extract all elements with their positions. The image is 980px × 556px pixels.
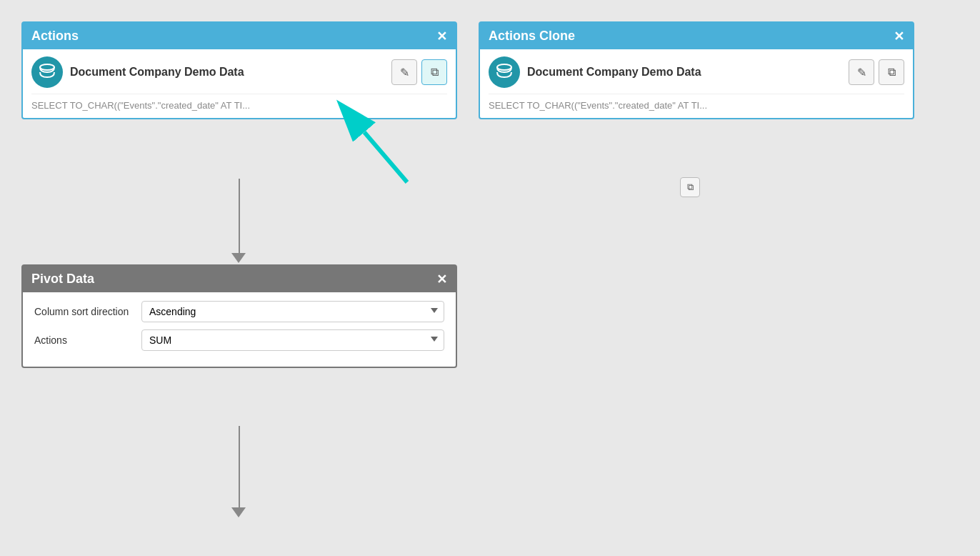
actions-card-header: Actions ✕: [23, 23, 456, 49]
actions-clone-db-icon: [489, 56, 520, 88]
actions-edit-button[interactable]: ✎: [391, 59, 417, 85]
clone-icon-small[interactable]: ⧉: [680, 177, 700, 197]
pivot-card-title: Pivot Data: [31, 272, 94, 287]
pivot-card-header: Pivot Data ✕: [23, 266, 456, 292]
actions-clone-card-close[interactable]: ✕: [894, 30, 904, 43]
connector-line-2: [239, 426, 240, 512]
actions-card: Actions ✕ Document Company Demo Data ✎ ⧉: [21, 21, 457, 119]
svg-point-2: [497, 64, 511, 70]
actions-sql-preview: SELECT TO_CHAR(("Events"."created_date" …: [31, 94, 447, 111]
connector-line-1: [239, 179, 240, 257]
actions-db-icon: [31, 56, 63, 88]
actions-card-body: Document Company Demo Data ✎ ⧉ SELECT TO…: [23, 49, 456, 118]
connector-arrowhead-1: [231, 253, 246, 263]
pointer-arrow: [350, 118, 443, 192]
actions-clone-clone-button[interactable]: ⧉: [879, 59, 904, 85]
svg-point-0: [40, 64, 54, 70]
actions-card-icons: ✎ ⧉: [391, 59, 447, 85]
actions-card-close[interactable]: ✕: [436, 30, 447, 43]
pivot-select-0[interactable]: Ascending Descending: [141, 301, 444, 322]
pivot-row-0: Column sort direction Ascending Descendi…: [34, 301, 444, 322]
pivot-select-1[interactable]: SUM COUNT AVG MIN MAX: [141, 329, 444, 351]
actions-clone-button[interactable]: ⧉: [421, 59, 447, 85]
clone-icon-area: ⧉: [680, 177, 700, 197]
actions-clone-card-body: Document Company Demo Data ✎ ⧉ SELECT TO…: [480, 49, 913, 118]
actions-clone-sql-preview: SELECT TO_CHAR(("Events"."created_date" …: [489, 94, 904, 111]
actions-clone-card-title: Actions Clone: [489, 29, 575, 44]
actions-clone-edit-button[interactable]: ✎: [849, 59, 874, 85]
actions-card-name: Document Company Demo Data: [70, 65, 244, 79]
actions-card-title: Actions: [31, 29, 79, 44]
connector-arrowhead-2: [231, 507, 246, 517]
actions-clone-card-header: Actions Clone ✕: [480, 23, 913, 49]
pivot-label-1: Actions: [34, 334, 141, 347]
actions-card-row: Document Company Demo Data ✎ ⧉: [31, 56, 447, 88]
canvas: Actions ✕ Document Company Demo Data ✎ ⧉: [0, 0, 980, 556]
pivot-card-body: Column sort direction Ascending Descendi…: [23, 292, 456, 367]
pivot-row-1: Actions SUM COUNT AVG MIN MAX: [34, 329, 444, 351]
actions-clone-card-icons: ✎ ⧉: [849, 59, 904, 85]
pivot-card: Pivot Data ✕ Column sort direction Ascen…: [21, 264, 457, 368]
actions-clone-card: Actions Clone ✕ Document Company Demo Da…: [479, 21, 914, 119]
actions-clone-card-row: Document Company Demo Data ✎ ⧉: [489, 56, 904, 88]
pivot-label-0: Column sort direction: [34, 305, 141, 318]
actions-clone-card-name: Document Company Demo Data: [527, 65, 701, 79]
pivot-card-close[interactable]: ✕: [436, 273, 447, 286]
